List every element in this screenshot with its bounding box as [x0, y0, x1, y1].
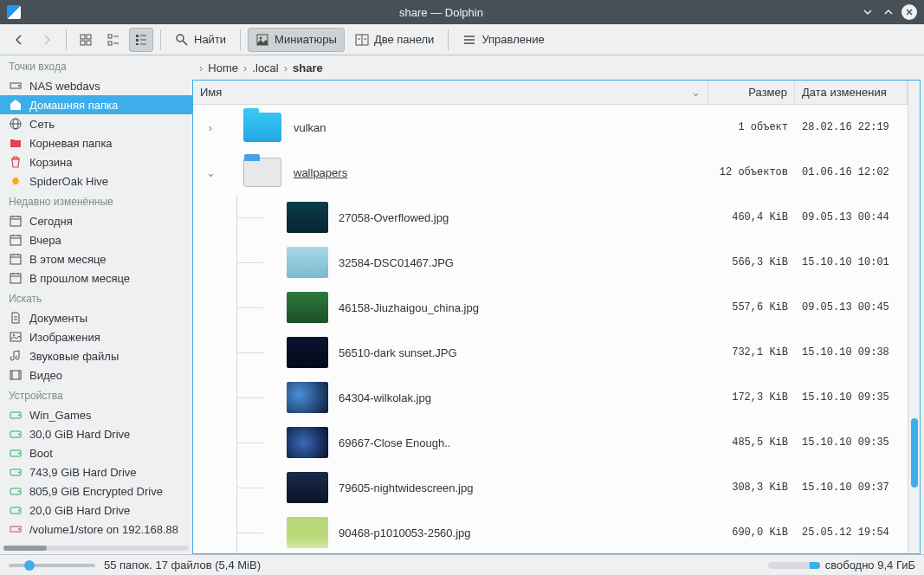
view-icons-button[interactable]	[74, 28, 98, 52]
find-label: Найти	[194, 33, 226, 46]
sidebar-scrollbar[interactable]	[0, 542, 192, 554]
section-search: Искать	[0, 288, 192, 308]
svg-point-49	[13, 334, 15, 336]
sidebar-item[interactable]: 30,0 GiB Hard Drive	[0, 424, 192, 443]
close-button[interactable]	[901, 4, 917, 20]
chevron-down-icon[interactable]: ⌄	[202, 166, 219, 179]
sidebar-item-label: Сеть	[29, 118, 55, 131]
file-row[interactable]: 27058-Overflowed.jpg460,4 KiB09.05.13 00…	[193, 195, 908, 240]
file-row[interactable]: 90468-p1010053-2560.jpg690,0 KiB25.05.12…	[193, 510, 908, 553]
file-view: Имя ⌄ Размер Дата изменения ›vulkan1 объ…	[192, 80, 921, 554]
app-icon	[7, 5, 21, 19]
sidebar-item[interactable]: В этом месяце	[0, 249, 192, 268]
sidebar-item[interactable]: Изображения	[0, 327, 192, 346]
breadcrumb-item[interactable]: share	[289, 61, 326, 74]
thumbnail	[287, 202, 328, 233]
split-icon	[355, 33, 369, 47]
zoom-slider[interactable]	[9, 564, 95, 567]
file-row[interactable]: 32584-DSC01467.JPG566,3 KiB15.10.10 10:0…	[193, 240, 908, 285]
sidebar-item-label: В прошлом месяце	[29, 272, 130, 285]
sidebar-item[interactable]: Boot	[0, 443, 192, 462]
control-button[interactable]: Управление	[456, 28, 551, 52]
svg-rect-34	[10, 236, 21, 245]
sidebar-item-label: Win_Games	[29, 409, 92, 422]
sidebar-item-label: Корневая папка	[29, 137, 113, 150]
sidebar-item[interactable]: В прошлом месяце	[0, 268, 192, 288]
thumbnail	[287, 292, 328, 323]
svg-rect-3	[87, 41, 91, 45]
calendar-icon	[9, 252, 23, 266]
svg-rect-8	[136, 35, 139, 37]
back-button[interactable]	[7, 28, 31, 52]
file-row[interactable]: 69667-Close Enough..485,5 KiB15.10.10 09…	[193, 420, 908, 465]
sidebar-item[interactable]: Вчера	[0, 230, 192, 249]
sidebar: Точки входа NAS webdavsДомашняя папкаСет…	[0, 55, 192, 554]
file-list[interactable]: ›vulkan1 объект28.02.16 22:19⌄wallpapers…	[193, 105, 908, 553]
sidebar-item[interactable]: Корневая папка	[0, 133, 192, 152]
vertical-scrollbar[interactable]	[908, 81, 920, 553]
folder-row[interactable]: ›vulkan1 объект28.02.16 22:19	[193, 105, 908, 150]
folder-red-icon	[9, 136, 23, 150]
content-area: ›Home›.local›share Имя ⌄ Размер Дата изм…	[192, 55, 924, 554]
network-icon	[9, 117, 23, 131]
split-label: Две панели	[374, 33, 435, 46]
sidebar-item[interactable]: Корзина	[0, 152, 192, 171]
sidebar-item[interactable]: Видео	[0, 365, 192, 384]
file-size: 1 объект	[708, 121, 795, 133]
sidebar-item-label: Видео	[29, 369, 62, 382]
sidebar-item[interactable]: Сегодня	[0, 211, 192, 230]
svg-point-64	[18, 510, 20, 512]
breadcrumb-item[interactable]: Home	[204, 61, 242, 74]
file-date: 09.05.13 00:45	[795, 301, 908, 313]
file-row[interactable]: 46158-Jiuzhaigou_china.jpg557,6 KiB09.05…	[193, 285, 908, 330]
sidebar-item-label: В этом месяце	[29, 253, 106, 266]
file-name: 64304-wilkolak.jpg	[335, 391, 708, 404]
find-button[interactable]: Найти	[168, 28, 233, 52]
chevron-right-icon[interactable]: ›	[202, 121, 219, 134]
sidebar-item-label: Домашняя папка	[29, 99, 118, 112]
file-row[interactable]: 79605-nightwidescreen.jpg308,3 KiB15.10.…	[193, 465, 908, 510]
minimize-button[interactable]	[860, 4, 876, 20]
file-row[interactable]: 64304-wilkolak.jpg172,3 KiB15.10.10 09:3…	[193, 375, 908, 420]
sidebar-item[interactable]: NAS webdavs	[0, 76, 192, 95]
sidebar-item[interactable]: SpiderOak Hive	[0, 171, 192, 191]
sidebar-item[interactable]: Звуковые файлы	[0, 346, 192, 365]
folder-icon	[243, 158, 281, 187]
sidebar-item[interactable]: Сеть	[0, 114, 192, 133]
sidebar-item[interactable]: 743,9 GiB Hard Drive	[0, 462, 192, 481]
sidebar-item-label: SpiderOak Hive	[29, 175, 108, 188]
maximize-button[interactable]	[881, 4, 896, 20]
view-details-button[interactable]	[129, 28, 153, 52]
sidebar-item[interactable]: Win_Games	[0, 405, 192, 424]
file-size: 557,6 KiB	[708, 301, 795, 313]
column-size-label: Размер	[748, 86, 787, 99]
view-compact-button[interactable]	[101, 28, 126, 52]
folder-row[interactable]: ⌄wallpapers12 объектов01.06.16 12:02	[193, 150, 908, 195]
sidebar-item[interactable]: /volume1/store on 192.168.88	[0, 520, 192, 539]
free-space: свободно 9,4 ГиБ	[768, 559, 915, 572]
sidebar-item-label: 20,0 GiB Hard Drive	[29, 504, 130, 517]
column-date[interactable]: Дата изменения	[795, 81, 908, 104]
column-name[interactable]: Имя ⌄	[193, 81, 708, 104]
svg-point-14	[177, 35, 184, 42]
sidebar-item-label: Корзина	[29, 156, 73, 169]
file-row[interactable]: 56510-dark sunset.JPG732,1 KiB15.10.10 0…	[193, 330, 908, 375]
sidebar-item[interactable]: Документы	[0, 308, 192, 327]
thumbnail	[287, 382, 328, 413]
trash-icon	[9, 155, 23, 169]
sidebar-item-label: 805,9 GiB Encrypted Drive	[29, 485, 163, 498]
file-size: 566,3 KiB	[708, 256, 795, 268]
thumbnails-button[interactable]: Миниатюры	[248, 28, 345, 52]
sidebar-item[interactable]: Домашняя папка	[0, 95, 192, 114]
thumbnail	[287, 472, 328, 503]
thumbnail	[287, 427, 328, 458]
menu-icon	[462, 33, 476, 47]
forward-button[interactable]	[35, 28, 59, 52]
sidebar-item[interactable]: 805,9 GiB Encrypted Drive	[0, 481, 192, 501]
column-size[interactable]: Размер	[708, 81, 795, 104]
file-date: 15.10.10 09:38	[795, 346, 908, 359]
sidebar-item[interactable]: 20,0 GiB Hard Drive	[0, 501, 192, 520]
file-date: 09.05.13 00:44	[795, 211, 908, 223]
breadcrumb-item[interactable]: .local	[249, 61, 281, 74]
split-button[interactable]: Две панели	[348, 28, 442, 52]
